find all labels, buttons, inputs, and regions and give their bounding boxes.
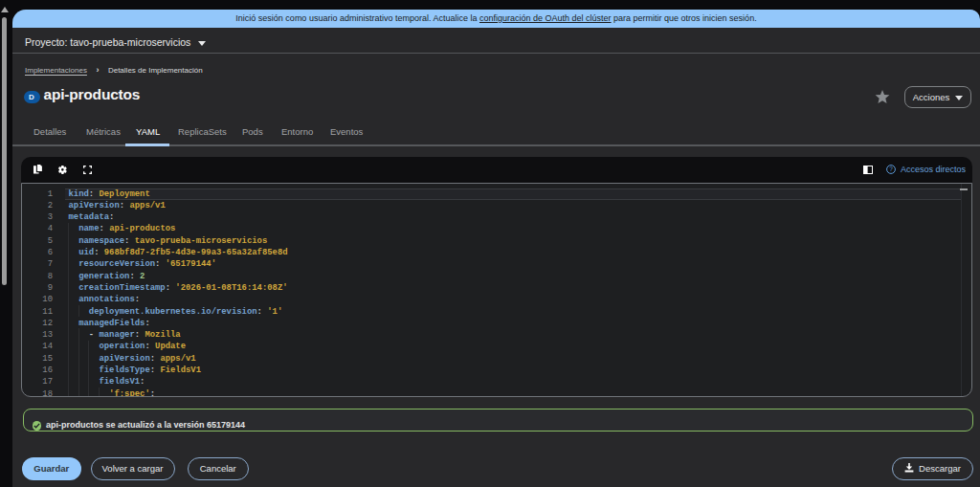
svg-text:?: ? xyxy=(889,166,893,172)
